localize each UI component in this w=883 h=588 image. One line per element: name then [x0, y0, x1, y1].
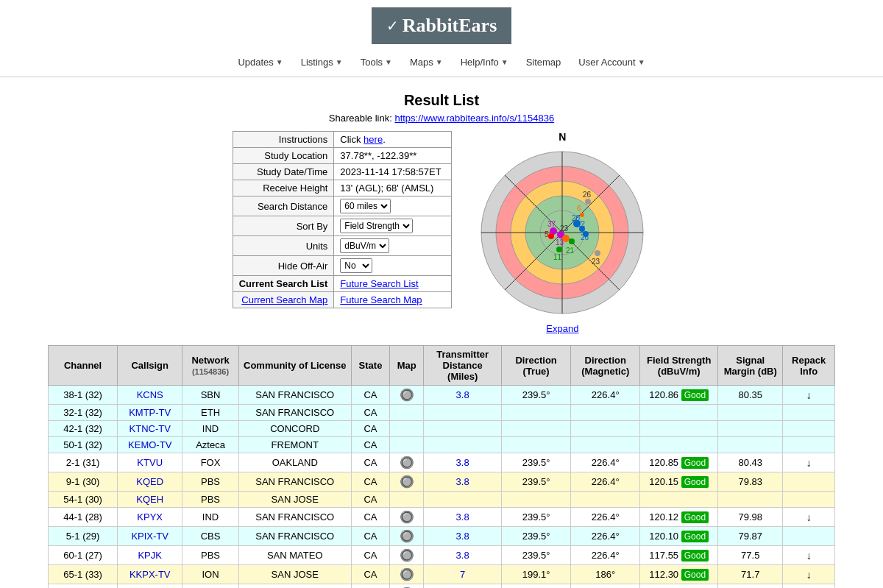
svg-text:11: 11 [553, 253, 562, 261]
map-cell [390, 492, 424, 508]
trans-dist-link[interactable]: 3.8 [456, 476, 469, 487]
nav-maps[interactable]: Maps ▼ [401, 54, 452, 71]
dir-mag-cell: 186° [571, 565, 640, 584]
repack-cell [783, 584, 835, 589]
repack-header: Repack Info [783, 346, 835, 386]
field-cell: 120.85 Good [640, 453, 718, 472]
instructions-link[interactable]: here [364, 134, 383, 145]
repack-cell: ↓ [783, 546, 835, 565]
nav-helpinfo[interactable]: Help/Info ▼ [452, 54, 517, 71]
network-cell: UniMás [182, 584, 238, 589]
signal-cell: 80.43 [718, 453, 783, 472]
community-header: Community of License [238, 346, 351, 386]
datetime-value: 2023-11-14 17:58:57ET [334, 164, 452, 180]
distance-select[interactable]: 60 miles 30 miles 90 miles [340, 199, 391, 213]
callsign-link[interactable]: KQED [136, 476, 163, 487]
map-icon: 🔘 [400, 568, 414, 581]
map-cell [390, 421, 424, 437]
shareable-url[interactable]: https://www.rabbitears.info/s/1154836 [394, 113, 554, 124]
repack-icon: ↓ [806, 511, 812, 523]
repack-cell: ↓ [783, 386, 835, 405]
height-row: Receive Height 13' (AGL); 68' (AMSL) [233, 180, 452, 196]
state-cell: CA [351, 421, 390, 437]
signal-cell [718, 421, 783, 437]
trans-dist-link[interactable]: 7 [460, 569, 465, 580]
datetime-row: Study Date/Time 2023-11-14 17:58:57ET [233, 164, 452, 180]
search-buttons-row: Current Search List Future Search List [233, 276, 452, 292]
community-cell: FREMONT [238, 437, 351, 453]
trans-dist-link[interactable]: 3.8 [456, 511, 469, 523]
repack-icon: ↓ [806, 389, 812, 401]
nav-user-account[interactable]: User Account ▼ [570, 54, 653, 71]
callsign-cell: KCNS [118, 386, 182, 405]
callsign-link[interactable]: KPJK [138, 550, 162, 561]
state-cell: CA [351, 508, 390, 527]
main-content: Result List Shareable link: https://www.… [37, 77, 846, 588]
nav-tools[interactable]: Tools ▼ [352, 54, 401, 71]
community-cell: SAN FRANCISCO [238, 508, 351, 527]
signal-cell: 71.7 [718, 565, 783, 584]
trans-dist-link[interactable]: 3.8 [456, 531, 469, 542]
expand-link[interactable]: Expand [546, 323, 578, 334]
callsign-link[interactable]: KMTP-TV [129, 407, 171, 418]
community-cell: SAN FRANCISCO [238, 472, 351, 492]
community-cell: SAN FRANCISCO [238, 386, 351, 405]
compass-diagram: 37 13 23 5 20 22 26 21 11 26 [474, 144, 650, 321]
instructions-value: Click here. [334, 132, 452, 148]
trans-dist-cell [424, 437, 502, 453]
dir-true-cell: 239.5° [502, 453, 571, 472]
repack-cell: ↓ [783, 453, 835, 472]
callsign-link[interactable]: KCNS [137, 389, 163, 400]
repack-cell [783, 437, 835, 453]
future-search-list-button[interactable]: Future Search List [340, 278, 418, 289]
nav-updates[interactable]: Updates ▼ [229, 54, 291, 71]
repack-icon: ↓ [806, 569, 812, 581]
state-cell: CA [351, 437, 390, 453]
table-header-row: Channel Callsign Network (1154836) Commu… [49, 346, 835, 386]
dir-mag-cell: 226.4° [571, 386, 640, 405]
instructions-label: Instructions [233, 132, 334, 148]
callsign-link[interactable]: KTVU [137, 457, 163, 468]
channel-cell: 9-1 (30) [49, 472, 118, 492]
map-cell: 🔘 [390, 527, 424, 546]
map-cell: 🔘 [390, 565, 424, 584]
callsign-link[interactable]: KPYX [137, 511, 163, 523]
dir-true-cell: 239.5° [502, 546, 571, 565]
callsign-link[interactable]: KQEH [136, 494, 163, 505]
results-table: Channel Callsign Network (1154836) Commu… [48, 345, 835, 588]
table-row: 60-1 (27) KPJK PBS SAN MATEO CA 🔘 3.8 23… [49, 546, 835, 565]
callsign-cell: KPJK [118, 546, 182, 565]
nav-listings-arrow: ▼ [336, 58, 343, 66]
hideoffair-select[interactable]: No Yes [340, 258, 372, 273]
callsign-link[interactable]: KTNC-TV [130, 423, 171, 434]
field-cell: 112.30 Good [640, 565, 718, 584]
nav-sitemap[interactable]: Sitemap [517, 54, 570, 71]
svg-point-13 [562, 235, 570, 242]
sortby-select[interactable]: Field Strength Channel Callsign Directio… [340, 219, 413, 233]
future-search-map-button[interactable]: Future Search Map [340, 294, 422, 305]
units-label: Units [233, 236, 334, 256]
svg-text:26: 26 [581, 233, 589, 241]
trans-dist-cell: 3.8 [424, 453, 502, 472]
dir-mag-cell: 226.4° [571, 453, 640, 472]
map-cell [390, 437, 424, 453]
units-select[interactable]: dBuV/m dBm dBuV [340, 238, 389, 253]
current-search-map-button[interactable]: Current Search Map [241, 294, 327, 305]
callsign-link[interactable]: KKPX-TV [130, 569, 171, 580]
map-buttons-row: Current Search Map Future Search Map [233, 292, 452, 308]
nav-listings[interactable]: Listings ▼ [292, 54, 352, 71]
callsign-link[interactable]: KPIX-TV [131, 531, 169, 542]
trans-dist-link[interactable]: 3.8 [456, 457, 469, 468]
channel-cell: 54-1 (30) [49, 492, 118, 508]
header: ✓ RabbitEars [0, 0, 883, 48]
network-header: Network (1154836) [182, 346, 238, 386]
study-info-container: Instructions Click here. Study Location … [233, 131, 453, 308]
compass-container: N 37 13 23 [474, 131, 650, 334]
callsign-link[interactable]: KEMO-TV [128, 439, 171, 450]
state-cell: CA [351, 565, 390, 584]
trans-dist-link[interactable]: 3.8 [456, 550, 469, 561]
map-cell: 🔘 [390, 584, 424, 589]
svg-point-27 [585, 199, 591, 205]
callsign-cell: KQED [118, 472, 182, 492]
trans-dist-link[interactable]: 3.8 [456, 389, 469, 400]
